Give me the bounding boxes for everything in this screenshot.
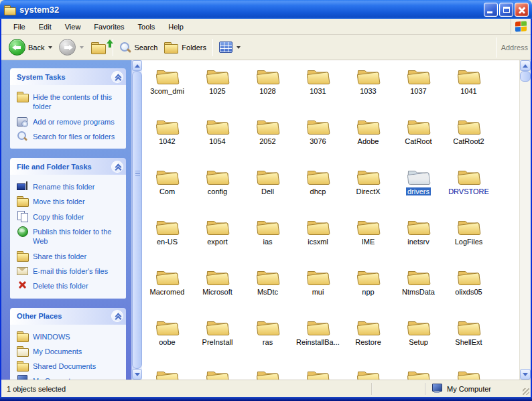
folder-item[interactable]: 1054: [192, 114, 243, 164]
place-link[interactable]: My Documents: [15, 343, 123, 358]
up-button[interactable]: [87, 39, 110, 56]
minimize-button[interactable]: [484, 3, 498, 17]
folder-item[interactable]: Dell: [243, 164, 293, 214]
folder-icon: [4, 5, 16, 15]
close-button[interactable]: [515, 3, 529, 17]
folder-item[interactable]: MsDtc: [243, 264, 293, 315]
folder-item[interactable]: ShellExt: [444, 315, 494, 365]
folder-item[interactable]: dhcp: [293, 164, 343, 214]
folder-item[interactable]: export: [192, 214, 243, 264]
folder-item[interactable]: Adobe: [343, 114, 393, 164]
menu-item[interactable]: File: [7, 20, 32, 33]
folder-item[interactable]: DirectX: [343, 164, 393, 214]
content-scrollbar[interactable]: [519, 60, 531, 380]
folder-item[interactable]: 1031: [293, 64, 343, 114]
folder-item[interactable]: LogFiles: [444, 214, 494, 264]
folder-item[interactable]: [243, 365, 293, 380]
title-bar[interactable]: system32: [0, 0, 532, 19]
place-link[interactable]: WINDOWS: [15, 329, 123, 343]
scroll-up-button[interactable]: [132, 60, 142, 71]
folder-item[interactable]: CatRoot2: [444, 114, 494, 164]
folder-item[interactable]: config: [192, 164, 243, 214]
folder-item[interactable]: mui: [293, 264, 343, 315]
folder-item[interactable]: inetsrv: [393, 214, 444, 264]
scrollbar-thumb[interactable]: [132, 71, 142, 369]
folder-view[interactable]: 3com_dmi 1025 1028: [142, 60, 519, 380]
task-link[interactable]: Add or remove programs: [15, 114, 123, 129]
task-link[interactable]: Search for files or folders: [15, 129, 123, 143]
task-link[interactable]: Delete this folder: [15, 278, 123, 293]
folder-item[interactable]: DRVSTORE: [444, 164, 494, 214]
menu-item[interactable]: Tools: [131, 20, 162, 33]
scroll-up-button[interactable]: [520, 60, 531, 71]
folder-item[interactable]: IME: [343, 214, 393, 264]
search-button[interactable]: Search: [116, 40, 161, 55]
panel-header-other-places[interactable]: Other Places: [10, 308, 126, 325]
back-button[interactable]: Back: [5, 37, 56, 57]
folder-item[interactable]: Com: [142, 164, 192, 214]
maximize-button[interactable]: [499, 3, 513, 17]
folder-item[interactable]: olixds05: [444, 264, 494, 315]
folder-item[interactable]: ReinstallBa...: [293, 315, 343, 365]
task-link[interactable]: Hide the contents of this folder: [15, 89, 123, 114]
folder-item[interactable]: 1025: [192, 64, 243, 114]
folder-item[interactable]: 1028: [243, 64, 293, 114]
folder-item[interactable]: 1042: [142, 114, 192, 164]
task-link[interactable]: Publish this folder to the Web: [15, 224, 123, 248]
collapse-chevron-icon[interactable]: [111, 71, 123, 83]
forward-button[interactable]: [56, 37, 87, 57]
scrollbar-thumb[interactable]: [520, 71, 531, 82]
panel-header-system-tasks[interactable]: System Tasks: [10, 68, 126, 85]
folder-item[interactable]: ras: [243, 315, 293, 365]
task-link[interactable]: E-mail this folder's files: [15, 263, 123, 278]
folder-item[interactable]: Macromed: [142, 264, 192, 315]
folder-item[interactable]: npp: [343, 264, 393, 315]
folder-item[interactable]: 1033: [343, 64, 393, 114]
folder-item[interactable]: 1037: [393, 64, 444, 114]
folder-item[interactable]: 3076: [293, 114, 343, 164]
folder-item[interactable]: CatRoot: [393, 114, 444, 164]
task-link[interactable]: Share this folder: [15, 248, 123, 263]
collapse-chevron-icon[interactable]: [111, 310, 123, 322]
folder-item[interactable]: [444, 365, 494, 380]
folder-item[interactable]: en-US: [142, 214, 192, 264]
folder-item[interactable]: [142, 365, 192, 380]
folder-item[interactable]: [293, 365, 343, 380]
folder-item[interactable]: icsxml: [293, 214, 343, 264]
menu-item[interactable]: View: [58, 20, 88, 33]
scroll-down-button[interactable]: [132, 369, 142, 380]
folder-item[interactable]: Restore: [343, 315, 393, 365]
folder-item[interactable]: oobe: [142, 315, 192, 365]
collapse-chevron-icon[interactable]: [111, 161, 123, 173]
folder-item[interactable]: NtmsData: [393, 264, 444, 315]
task-link[interactable]: Move this folder: [15, 193, 123, 208]
panel-header-file-folder-tasks[interactable]: File and Folder Tasks: [10, 158, 126, 175]
folder-item[interactable]: PreInstall: [192, 315, 243, 365]
task-pane-scrollbar[interactable]: [131, 60, 142, 380]
views-button[interactable]: [216, 40, 244, 54]
folders-icon: [164, 42, 179, 54]
menu-item[interactable]: Help: [161, 20, 190, 33]
back-dropdown-icon[interactable]: [48, 46, 52, 49]
folders-button[interactable]: Folders: [161, 40, 210, 55]
menu-item[interactable]: Edit: [32, 20, 58, 33]
folder-item[interactable]: Microsoft: [192, 264, 243, 315]
task-link[interactable]: Copy this folder: [15, 209, 123, 224]
place-link[interactable]: My Computer: [15, 373, 123, 380]
folder-item[interactable]: 2052: [243, 114, 293, 164]
scrollbar-track[interactable]: [520, 82, 531, 369]
folder-item[interactable]: [192, 365, 243, 380]
folder-name: 1037: [409, 87, 427, 95]
folder-item[interactable]: 3com_dmi: [142, 64, 192, 114]
resize-grip[interactable]: [520, 382, 531, 396]
folder-item[interactable]: [393, 365, 444, 380]
folder-item[interactable]: ias: [243, 214, 293, 264]
folder-item[interactable]: drivers: [393, 164, 444, 214]
menu-item[interactable]: Favorites: [87, 20, 131, 33]
folder-item[interactable]: Setup: [393, 315, 444, 365]
folder-item[interactable]: 1041: [444, 64, 494, 114]
scroll-down-button[interactable]: [520, 369, 531, 380]
folder-item[interactable]: [343, 365, 393, 380]
task-link[interactable]: Rename this folder: [15, 179, 123, 193]
place-link[interactable]: Shared Documents: [15, 358, 123, 373]
